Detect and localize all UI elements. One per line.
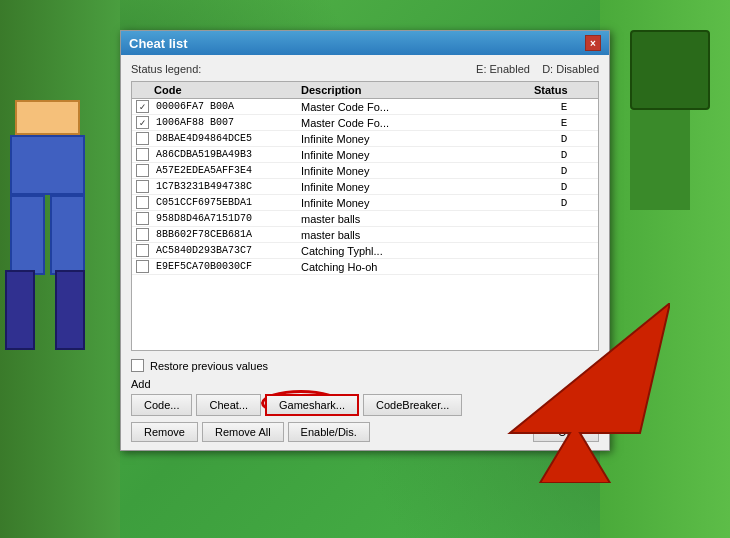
row-checkbox[interactable]: [136, 148, 149, 161]
row-checkbox[interactable]: [136, 228, 149, 241]
remove-button[interactable]: Remove: [131, 422, 198, 442]
table-row[interactable]: C051CCF6975EBDA1Infinite MoneyD: [132, 195, 598, 211]
row-code: 1C7B3231B494738C: [156, 181, 301, 192]
table-row[interactable]: A86CDBA519BA49B3Infinite MoneyD: [132, 147, 598, 163]
row-code: D8BAE4D94864DCE5: [156, 133, 301, 144]
table-row[interactable]: 1006AF88 B007Master Code Fo...E: [132, 115, 598, 131]
row-status: D: [534, 133, 594, 145]
row-checkbox[interactable]: [136, 260, 149, 273]
row-code: A86CDBA519BA49B3: [156, 149, 301, 160]
status-legend-label: Status legend:: [131, 63, 201, 75]
table-row[interactable]: 958D8D46A7151D70master balls: [132, 211, 598, 227]
add-section: Add Code... Cheat... Gameshark... CodeBr…: [131, 378, 599, 416]
row-description: Master Code Fo...: [301, 101, 534, 113]
row-code: E9EF5CA70B0030CF: [156, 261, 301, 272]
row-status: D: [534, 149, 594, 161]
ok-button[interactable]: OK: [533, 422, 599, 442]
table-row[interactable]: D8BAE4D94864DCE5Infinite MoneyD: [132, 131, 598, 147]
row-checkbox[interactable]: [136, 116, 149, 129]
row-checkbox[interactable]: [136, 132, 149, 145]
gameshark-button-wrap: Gameshark...: [265, 394, 359, 416]
row-status: E: [534, 117, 594, 129]
row-description: Infinite Money: [301, 165, 534, 177]
row-description: Infinite Money: [301, 181, 534, 193]
status-legend-values: E: Enabled D: Disabled: [476, 63, 599, 75]
add-label: Add: [131, 378, 599, 390]
row-description: Master Code Fo...: [301, 117, 534, 129]
table-row[interactable]: 00006FA7 B00AMaster Code Fo...E: [132, 99, 598, 115]
header-status: Status: [534, 84, 594, 96]
add-button-row: Code... Cheat... Gameshark... CodeBreake…: [131, 394, 599, 416]
row-description: Catching Ho-oh: [301, 261, 534, 273]
row-checkbox[interactable]: [136, 164, 149, 177]
table-header: Code Description Status: [132, 82, 598, 99]
table-row[interactable]: AC5840D293BA73C7Catching Typhl...: [132, 243, 598, 259]
remove-all-button[interactable]: Remove All: [202, 422, 284, 442]
row-description: Infinite Money: [301, 133, 534, 145]
restore-checkbox[interactable]: [131, 359, 144, 372]
cheat-button[interactable]: Cheat...: [196, 394, 261, 416]
row-description: master balls: [301, 229, 534, 241]
table-row[interactable]: E9EF5CA70B0030CFCatching Ho-oh: [132, 259, 598, 275]
row-checkbox[interactable]: [136, 244, 149, 257]
row-status: E: [534, 101, 594, 113]
cheat-table[interactable]: Code Description Status 00006FA7 B00AMas…: [131, 81, 599, 351]
row-code: 8BB602F78CEB681A: [156, 229, 301, 240]
dialog-close-button[interactable]: ×: [585, 35, 601, 51]
header-code: Code: [136, 84, 301, 96]
row-code: AC5840D293BA73C7: [156, 245, 301, 256]
gameshark-button[interactable]: Gameshark...: [265, 394, 359, 416]
row-checkbox[interactable]: [136, 100, 149, 113]
restore-row: Restore previous values: [131, 359, 599, 372]
row-status: D: [534, 181, 594, 193]
row-checkbox[interactable]: [136, 212, 149, 225]
status-legend: Status legend: E: Enabled D: Disabled: [131, 63, 599, 75]
dialog-titlebar: Cheat list ×: [121, 31, 609, 55]
codebreaker-button[interactable]: CodeBreaker...: [363, 394, 462, 416]
table-row[interactable]: 1C7B3231B494738CInfinite MoneyD: [132, 179, 598, 195]
cheat-list-dialog: Cheat list × Status legend: E: Enabled D…: [120, 30, 610, 451]
row-status: D: [534, 165, 594, 177]
row-description: master balls: [301, 213, 534, 225]
row-code: 00006FA7 B00A: [156, 101, 301, 112]
row-code: A57E2EDEA5AFF3E4: [156, 165, 301, 176]
code-button[interactable]: Code...: [131, 394, 192, 416]
table-row[interactable]: 8BB602F78CEB681Amaster balls: [132, 227, 598, 243]
dialog-title: Cheat list: [129, 36, 188, 51]
row-description: Infinite Money: [301, 197, 534, 209]
row-code: C051CCF6975EBDA1: [156, 197, 301, 208]
row-status: D: [534, 197, 594, 209]
row-code: 958D8D46A7151D70: [156, 213, 301, 224]
row-checkbox[interactable]: [136, 180, 149, 193]
restore-label: Restore previous values: [150, 360, 268, 372]
table-row[interactable]: A57E2EDEA5AFF3E4Infinite MoneyD: [132, 163, 598, 179]
row-description: Infinite Money: [301, 149, 534, 161]
bottom-button-row: Remove Remove All Enable/Dis. OK: [131, 422, 599, 442]
row-description: Catching Typhl...: [301, 245, 534, 257]
header-description: Description: [301, 84, 534, 96]
dialog-body: Status legend: E: Enabled D: Disabled Co…: [121, 55, 609, 450]
row-code: 1006AF88 B007: [156, 117, 301, 128]
enable-disable-button[interactable]: Enable/Dis.: [288, 422, 370, 442]
row-checkbox[interactable]: [136, 196, 149, 209]
